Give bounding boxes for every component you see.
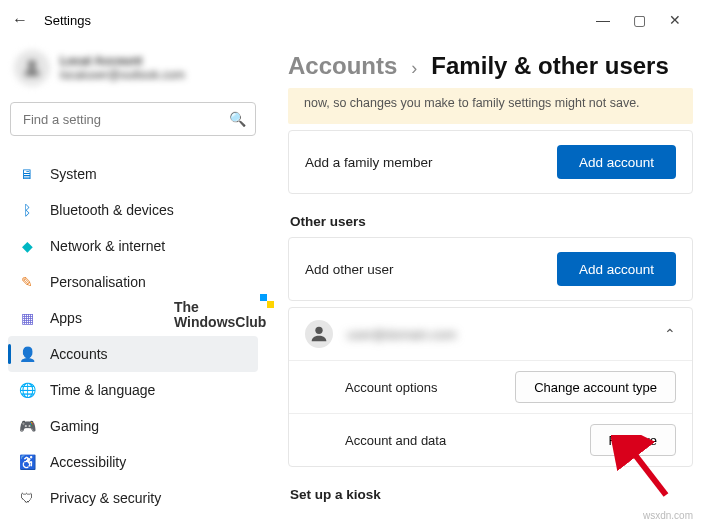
chevron-right-icon: › bbox=[411, 58, 417, 79]
sidebar-item-label: Apps bbox=[50, 310, 82, 326]
sidebar-item-label: Personalisation bbox=[50, 274, 146, 290]
add-other-user-card: Add other user Add account bbox=[288, 237, 693, 301]
system-icon: 🖥 bbox=[18, 165, 36, 183]
sidebar-item-label: Accessibility bbox=[50, 454, 126, 470]
add-family-account-button[interactable]: Add account bbox=[557, 145, 676, 179]
user-name: Local Account bbox=[60, 54, 185, 68]
svg-point-0 bbox=[28, 61, 35, 68]
sidebar: Local Account localuser@outlook.com 🔍 🖥S… bbox=[0, 40, 268, 525]
chevron-up-icon: ⌃ bbox=[664, 326, 676, 342]
footer-watermark: wsxdn.com bbox=[643, 510, 693, 521]
search-input[interactable] bbox=[10, 102, 256, 136]
person-icon bbox=[305, 320, 333, 348]
search-icon: 🔍 bbox=[229, 111, 246, 127]
watermark-logo: TheWindowsClub bbox=[174, 300, 266, 331]
personalisation-icon: ✎ bbox=[18, 273, 36, 291]
kiosk-heading: Set up a kiosk bbox=[290, 487, 691, 502]
add-other-label: Add other user bbox=[305, 262, 394, 277]
other-user-item: user@domain.com ⌃ Account options Change… bbox=[288, 307, 693, 467]
user-email: localuser@outlook.com bbox=[60, 68, 185, 82]
sidebar-item-gaming[interactable]: 🎮Gaming bbox=[8, 408, 258, 444]
sidebar-item-privacy[interactable]: 🛡Privacy & security bbox=[8, 480, 258, 516]
other-user-name: user@domain.com bbox=[347, 327, 650, 342]
sidebar-item-time[interactable]: 🌐Time & language bbox=[8, 372, 258, 408]
accounts-icon: 👤 bbox=[18, 345, 36, 363]
page-title: Family & other users bbox=[431, 52, 668, 80]
sidebar-item-label: Accounts bbox=[50, 346, 108, 362]
accessibility-icon: ♿ bbox=[18, 453, 36, 471]
sidebar-item-label: Gaming bbox=[50, 418, 99, 434]
back-button[interactable]: ← bbox=[8, 11, 32, 29]
apps-icon: ▦ bbox=[18, 309, 36, 327]
window-controls: — ▢ ✕ bbox=[593, 12, 693, 28]
account-options-row: Account options Change account type bbox=[289, 360, 692, 413]
add-family-label: Add a family member bbox=[305, 155, 433, 170]
account-data-label: Account and data bbox=[345, 433, 446, 448]
minimize-button[interactable]: — bbox=[593, 12, 613, 28]
add-family-member-card: Add a family member Add account bbox=[288, 130, 693, 194]
sidebar-item-accessibility[interactable]: ♿Accessibility bbox=[8, 444, 258, 480]
remove-button[interactable]: Remove bbox=[590, 424, 676, 456]
main-content: Accounts › Family & other users now, so … bbox=[268, 40, 701, 525]
nav-list: 🖥SystemᛒBluetooth & devices◆Network & in… bbox=[8, 156, 258, 516]
titlebar: ← Settings — ▢ ✕ bbox=[0, 0, 701, 40]
network-icon: ◆ bbox=[18, 237, 36, 255]
sidebar-item-label: Network & internet bbox=[50, 238, 165, 254]
sidebar-item-network[interactable]: ◆Network & internet bbox=[8, 228, 258, 264]
account-options-label: Account options bbox=[345, 380, 438, 395]
user-avatar-icon bbox=[14, 50, 50, 86]
change-account-type-button[interactable]: Change account type bbox=[515, 371, 676, 403]
sidebar-item-personalisation[interactable]: ✎Personalisation bbox=[8, 264, 258, 300]
sidebar-item-label: Privacy & security bbox=[50, 490, 161, 506]
breadcrumb: Accounts › Family & other users bbox=[288, 52, 693, 80]
current-user[interactable]: Local Account localuser@outlook.com bbox=[8, 46, 258, 90]
sidebar-item-label: Time & language bbox=[50, 382, 155, 398]
other-users-heading: Other users bbox=[290, 214, 691, 229]
other-user-header[interactable]: user@domain.com ⌃ bbox=[289, 308, 692, 360]
sidebar-item-accounts[interactable]: 👤Accounts bbox=[8, 336, 258, 372]
svg-point-1 bbox=[315, 327, 322, 334]
privacy-icon: 🛡 bbox=[18, 489, 36, 507]
sidebar-item-bluetooth[interactable]: ᛒBluetooth & devices bbox=[8, 192, 258, 228]
time-icon: 🌐 bbox=[18, 381, 36, 399]
breadcrumb-parent[interactable]: Accounts bbox=[288, 52, 397, 80]
close-button[interactable]: ✕ bbox=[665, 12, 685, 28]
maximize-button[interactable]: ▢ bbox=[629, 12, 649, 28]
sidebar-item-system[interactable]: 🖥System bbox=[8, 156, 258, 192]
bluetooth-icon: ᛒ bbox=[18, 201, 36, 219]
warning-banner: now, so changes you make to family setti… bbox=[288, 88, 693, 124]
add-other-account-button[interactable]: Add account bbox=[557, 252, 676, 286]
sidebar-item-label: System bbox=[50, 166, 97, 182]
account-data-row: Account and data Remove bbox=[289, 413, 692, 466]
window-title: Settings bbox=[44, 13, 91, 28]
sidebar-item-label: Bluetooth & devices bbox=[50, 202, 174, 218]
search-container: 🔍 bbox=[10, 102, 256, 136]
gaming-icon: 🎮 bbox=[18, 417, 36, 435]
